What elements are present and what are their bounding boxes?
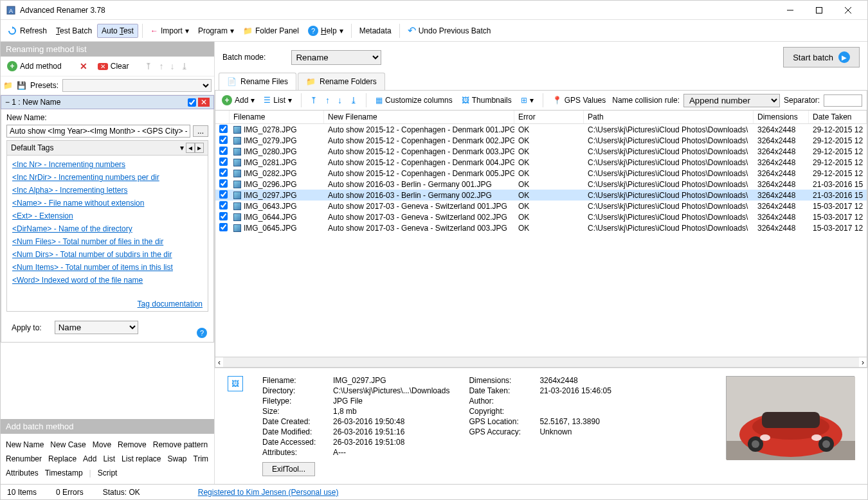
- tab-rename-folders[interactable]: 📁Rename Folders: [298, 73, 385, 90]
- file-move-up-button[interactable]: ↑: [323, 95, 332, 105]
- col-filename[interactable]: Filename: [230, 111, 324, 123]
- customize-columns-button[interactable]: ▦Customize columns: [373, 94, 455, 106]
- batch-method-remove-pattern[interactable]: Remove pattern: [153, 439, 208, 451]
- clear-methods-button[interactable]: ✕Clear: [94, 60, 133, 73]
- close-button[interactable]: [833, 1, 862, 19]
- row-checkbox[interactable]: [219, 179, 228, 188]
- undo-button[interactable]: ↶Undo Previous Batch: [404, 22, 495, 39]
- table-row[interactable]: IMG_0279.JPG Auto show 2015-12 - Copenha…: [215, 135, 867, 146]
- tag-link[interactable]: <Ext> - Extension: [12, 210, 203, 222]
- row-checkbox[interactable]: [219, 168, 228, 177]
- tag-link[interactable]: <Num Files> - Total number of files in t…: [12, 235, 203, 248]
- move-top-button[interactable]: ⤒: [143, 61, 154, 71]
- method-help-icon[interactable]: ?: [197, 328, 207, 338]
- row-checkbox[interactable]: [219, 157, 228, 166]
- file-move-down-button[interactable]: ↓: [336, 95, 344, 105]
- batch-method-replace[interactable]: Replace: [48, 453, 77, 465]
- method-enabled-checkbox[interactable]: [188, 98, 196, 107]
- tag-link[interactable]: <Inc NrDir> - Incrementing numbers per d…: [12, 171, 203, 184]
- batch-method-list[interactable]: List: [103, 453, 115, 465]
- row-checkbox[interactable]: [219, 212, 228, 220]
- table-row[interactable]: IMG_0282.JPG Auto show 2015-12 - Copenha…: [215, 168, 867, 179]
- registration-link[interactable]: Registered to Kim Jensen (Personal use): [198, 488, 339, 497]
- add-method-button[interactable]: +Add method: [3, 59, 66, 73]
- table-row[interactable]: IMG_0281.JPG Auto show 2015-12 - Copenha…: [215, 157, 867, 168]
- metadata-button[interactable]: Metadata: [356, 24, 395, 37]
- table-row[interactable]: IMG_0278.JPG Auto show 2015-12 - Copenha…: [215, 124, 867, 135]
- exiftool-button[interactable]: ExifTool...: [262, 462, 315, 476]
- tag-link[interactable]: <Name> - File name without extension: [12, 197, 203, 210]
- tag-next-button[interactable]: ▸: [195, 143, 204, 153]
- move-down-button[interactable]: ↓: [168, 61, 176, 71]
- row-checkbox[interactable]: [219, 201, 228, 210]
- batch-method-script[interactable]: Script: [98, 467, 118, 479]
- table-row[interactable]: IMG_0297.JPG Auto show 2016-03 - Berlin …: [215, 190, 867, 201]
- help-button[interactable]: ?Help▾: [304, 24, 347, 38]
- tag-link[interactable]: <Inc Nr> - Incrementing numbers: [12, 158, 203, 171]
- display-options-button[interactable]: ⊞▾: [518, 94, 536, 106]
- apply-to-select[interactable]: Name: [55, 321, 138, 334]
- minimize-button[interactable]: [775, 1, 804, 19]
- tag-documentation-link[interactable]: Tag documentation: [138, 298, 203, 310]
- program-button[interactable]: Program▾: [194, 24, 238, 37]
- table-row[interactable]: IMG_0280.JPG Auto show 2015-12 - Copenha…: [215, 146, 867, 157]
- batch-method-swap[interactable]: Swap: [167, 453, 186, 465]
- batch-method-new-case[interactable]: New Case: [50, 439, 86, 451]
- batch-mode-select[interactable]: Rename: [291, 50, 381, 65]
- collapse-icon[interactable]: −: [5, 98, 10, 107]
- maximize-button[interactable]: [804, 1, 833, 19]
- batch-method-trim[interactable]: Trim: [194, 453, 209, 465]
- gps-values-button[interactable]: 📍GPS Values: [550, 94, 608, 106]
- col-new-filename[interactable]: New Filename: [324, 111, 514, 123]
- tab-rename-files[interactable]: 📄Rename Files: [219, 73, 296, 90]
- batch-method-remove[interactable]: Remove: [118, 439, 147, 451]
- import-button[interactable]: ←Import▾: [147, 24, 193, 37]
- row-checkbox[interactable]: [219, 136, 228, 144]
- table-row[interactable]: IMG_0643.JPG Auto show 2017-03 - Geneva …: [215, 201, 867, 211]
- presets-select[interactable]: [62, 79, 212, 92]
- open-preset-icon[interactable]: 📁: [3, 81, 13, 90]
- tag-link[interactable]: <Word> Indexed word of the file name: [12, 274, 203, 287]
- batch-method-attributes[interactable]: Attributes: [6, 467, 39, 479]
- thumbnails-button[interactable]: 🖼Thumbnails: [459, 94, 514, 106]
- batch-method-new-name[interactable]: New Name: [6, 439, 44, 451]
- tag-link[interactable]: <Inc Alpha> - Incrementing letters: [12, 184, 203, 197]
- batch-method-add[interactable]: Add: [83, 453, 96, 465]
- file-move-top-button[interactable]: ⤒: [308, 95, 320, 105]
- refresh-button[interactable]: Refresh: [3, 24, 51, 38]
- batch-method-renumber[interactable]: Renumber: [6, 453, 42, 465]
- folder-panel-button[interactable]: 📁Folder Panel: [239, 24, 303, 37]
- move-bottom-button[interactable]: ⤓: [179, 61, 190, 71]
- batch-method-move[interactable]: Move: [93, 439, 111, 451]
- delete-method-button[interactable]: ✕: [76, 59, 91, 73]
- auto-test-button[interactable]: Auto Test: [97, 24, 138, 38]
- tag-link[interactable]: <Num Dirs> - Total number of subdirs in …: [12, 248, 203, 261]
- row-checkbox[interactable]: [219, 223, 228, 231]
- batch-method-timestamp[interactable]: Timestamp: [45, 467, 83, 479]
- tag-prev-button[interactable]: ◂: [186, 143, 195, 153]
- file-move-bottom-button[interactable]: ⤓: [348, 95, 359, 105]
- move-up-button[interactable]: ↑: [157, 61, 165, 71]
- new-name-browse-button[interactable]: ...: [193, 125, 208, 137]
- table-row[interactable]: IMG_0644.JPG Auto show 2017-03 - Geneva …: [215, 211, 867, 222]
- row-checkbox[interactable]: [219, 190, 228, 199]
- method-delete-button[interactable]: ✕: [198, 98, 210, 107]
- horizontal-scrollbar[interactable]: ‹›: [215, 357, 867, 368]
- start-batch-button[interactable]: Start batch ▶: [783, 47, 860, 67]
- add-files-button[interactable]: +Add▾: [219, 94, 257, 107]
- tag-link[interactable]: <DirName> - Name of the directory: [12, 222, 203, 235]
- new-name-input[interactable]: [6, 125, 190, 138]
- table-row[interactable]: IMG_0645.JPG Auto show 2017-03 - Geneva …: [215, 222, 867, 233]
- table-row[interactable]: IMG_0296.JPG Auto show 2016-03 - Berlin …: [215, 179, 867, 190]
- save-preset-icon[interactable]: 💾: [17, 81, 26, 90]
- tag-link[interactable]: <Num Items> - Total number of items in t…: [12, 261, 203, 274]
- col-date-taken[interactable]: Date Taken: [809, 111, 867, 123]
- row-checkbox[interactable]: [219, 147, 228, 155]
- default-tags-dropdown[interactable]: Default Tags▾ ◂ ▸: [7, 141, 208, 156]
- list-button[interactable]: ☰List▾: [261, 94, 294, 106]
- method-1-header[interactable]: − 1 : New Name ✕: [1, 95, 214, 109]
- separator-input[interactable]: [824, 94, 862, 107]
- collision-rule-select[interactable]: Append number: [683, 94, 780, 107]
- test-batch-button[interactable]: Test Batch: [52, 24, 96, 37]
- col-path[interactable]: Path: [584, 111, 754, 123]
